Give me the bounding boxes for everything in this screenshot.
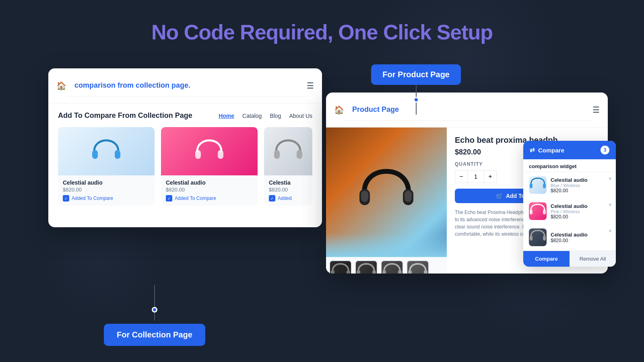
connector-line-product-bottom <box>416 85 417 97</box>
compare-item-variant-2: Pink / Wireless <box>551 209 588 214</box>
headphone-icon-pink <box>193 137 225 165</box>
compare-headphone-icon-2 <box>529 202 547 218</box>
nav-link-catalog[interactable]: Catalog <box>242 113 262 119</box>
compare-item-price-2: $820.00 <box>551 214 588 220</box>
compare-item-info-1: Celestial audio Blue / Wireless $820.00 <box>551 177 588 193</box>
svg-rect-8 <box>361 191 368 202</box>
svg-rect-20 <box>530 210 533 214</box>
svg-rect-15 <box>398 270 402 274</box>
svg-rect-4 <box>274 150 280 159</box>
product-price-2: $820.00 <box>166 187 253 193</box>
collection-inner-title: Add To Compare From Collection Page <box>58 111 192 120</box>
product-btn-group: For Product Page <box>371 64 461 115</box>
svg-rect-18 <box>530 183 533 188</box>
svg-rect-1 <box>115 150 120 159</box>
svg-rect-13 <box>372 270 376 274</box>
compare-item-img-2 <box>529 202 547 220</box>
thumb-headphone-3 <box>382 261 402 274</box>
product-home-icon[interactable]: 🏠 <box>334 105 344 115</box>
product-image-section <box>326 128 447 274</box>
svg-rect-23 <box>543 236 546 241</box>
compare-item-3: Celestial audio $820.00 × <box>523 224 616 251</box>
product-price-3: $820.00 <box>269 187 308 193</box>
svg-rect-5 <box>297 150 302 159</box>
connector-dot-product <box>413 97 419 103</box>
compare-item-name-3: Celestial audio <box>551 232 588 238</box>
collection-navbar-title: comparison from collection page. <box>66 75 307 97</box>
quantity-increase-btn[interactable]: + <box>484 170 497 183</box>
svg-rect-11 <box>347 270 350 274</box>
compare-item-close-2[interactable]: × <box>609 202 612 208</box>
compare-widget-title: comparison widget <box>523 159 616 172</box>
product-name-3: Celestia <box>269 179 308 186</box>
connector-line-collection-top <box>154 285 155 307</box>
collection-page-button[interactable]: For Collection Page <box>104 324 205 346</box>
product-headphone-hero-icon <box>356 164 417 220</box>
cw-remove-all-button[interactable]: Remove All <box>570 251 616 267</box>
svg-rect-22 <box>530 236 533 241</box>
compare-btn-label: Compare <box>538 147 564 154</box>
compare-item-img-1 <box>529 176 547 194</box>
collection-navbar: 🏠 comparison from collection page. ☰ <box>48 68 322 103</box>
cart-icon: 🛒 <box>496 193 503 199</box>
title-highlight: Click Setup <box>383 21 493 44</box>
product-hamburger-icon[interactable]: ☰ <box>592 105 600 115</box>
nav-link-home[interactable]: Home <box>219 113 234 119</box>
product-thumbnails <box>326 257 447 274</box>
compare-widget-btn[interactable]: ⇄ Compare 3 <box>523 141 616 159</box>
quantity-value: 1 <box>468 170 484 183</box>
thumb-headphone-4 <box>407 261 428 274</box>
compare-item-price-1: $820.00 <box>551 188 588 193</box>
title-plain: No Code Required, One <box>151 21 383 44</box>
thumb-1[interactable] <box>329 260 352 274</box>
nav-link-blog[interactable]: Blog <box>270 113 281 119</box>
svg-rect-10 <box>331 270 334 274</box>
compare-headphone-icon-3 <box>529 228 547 245</box>
product-page-button[interactable]: For Product Page <box>371 64 461 85</box>
compare-badge-3: Added <box>269 195 308 202</box>
compare-widget: ⇄ Compare 3 comparison widget Celestial … <box>523 141 616 267</box>
nav-link-about[interactable]: About Us <box>289 113 312 119</box>
headphone-icon-white <box>272 137 304 165</box>
compare-item-info-2: Celestial audio Pink / Wireless $820.00 <box>551 203 588 220</box>
compare-badge-label-1: Added To Compare <box>72 195 113 201</box>
product-info-2: Celestial audio $820.00 Added To Compare <box>161 175 258 206</box>
thumb-2[interactable] <box>355 260 378 274</box>
compare-check-3 <box>269 195 275 202</box>
product-name-1: Celestial audio <box>63 179 150 186</box>
compare-item-close-1[interactable]: × <box>609 175 612 182</box>
collection-card-body: Add To Compare From Collection Page Home… <box>48 103 322 214</box>
collection-product-3: Celestia $820.00 Added <box>264 127 312 206</box>
collection-product-2: Celestial audio $820.00 Added To Compare <box>161 127 258 206</box>
hamburger-icon[interactable]: ☰ <box>307 81 314 90</box>
product-name-2: Celestial audio <box>166 179 253 186</box>
svg-rect-17 <box>424 270 427 274</box>
svg-rect-21 <box>543 210 546 214</box>
svg-rect-12 <box>357 270 360 274</box>
thumb-3[interactable] <box>381 260 403 274</box>
svg-rect-3 <box>218 150 223 159</box>
compare-item-img-3 <box>529 228 547 246</box>
compare-item-close-3[interactable]: × <box>609 228 612 234</box>
product-img-1 <box>58 127 155 175</box>
collection-btn-group: For Collection Page <box>104 285 205 346</box>
thumb-headphone-1 <box>330 261 351 274</box>
product-navbar: 🏠 Product Page ☰ <box>326 93 608 128</box>
collection-product-1: Celestial audio $820.00 Added To Compare <box>58 127 155 206</box>
compare-item-price-3: $820.00 <box>551 238 588 243</box>
product-price-1: $820.00 <box>63 187 150 193</box>
collection-nav-links: Home Catalog Blog About Us <box>219 113 312 119</box>
compare-item-name-1: Celestial audio <box>551 177 588 183</box>
home-icon[interactable]: 🏠 <box>56 81 66 90</box>
quantity-decrease-btn[interactable]: − <box>455 170 468 183</box>
compare-count-badge: 3 <box>601 146 609 154</box>
product-info-3: Celestia $820.00 Added <box>264 175 312 206</box>
thumb-4[interactable] <box>407 260 429 274</box>
connector-dot-collection <box>152 307 157 313</box>
collection-product-grid: Celestial audio $820.00 Added To Compare <box>58 127 312 206</box>
compare-badge-1: Added To Compare <box>63 195 150 202</box>
connector-line-collection-bottom <box>154 313 155 321</box>
cw-compare-button[interactable]: Compare <box>523 251 570 267</box>
compare-badge-label-3: Added <box>278 195 292 201</box>
compare-check-2 <box>166 195 172 202</box>
